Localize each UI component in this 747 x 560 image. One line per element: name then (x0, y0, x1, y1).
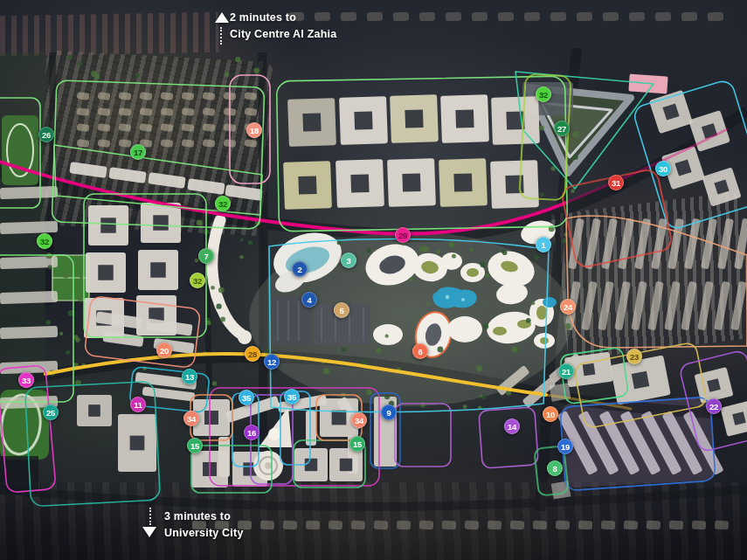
map-marker-33[interactable]: 33 (18, 372, 34, 388)
map-marker-29[interactable]: 29 (395, 227, 411, 243)
top-direction-label: 2 minutes to City Centre Al Zahia (230, 10, 336, 43)
map-marker-9[interactable]: 9 (381, 404, 397, 420)
map-marker-35b[interactable]: 35 (284, 389, 300, 404)
map-marker-32a[interactable]: 32 (37, 233, 52, 249)
map-marker-2[interactable]: 2 (292, 261, 308, 277)
map-marker-27[interactable]: 27 (554, 121, 570, 136)
map-marker-1[interactable]: 1 (536, 237, 551, 252)
map-marker-31[interactable]: 31 (608, 175, 624, 190)
triangle-down-icon (142, 527, 156, 537)
masterplan-map: 1234567891011121314151516171819202122232… (0, 0, 747, 560)
map-marker-32b[interactable]: 32 (215, 196, 231, 211)
map-marker-7[interactable]: 7 (198, 248, 214, 264)
map-marker-4[interactable]: 4 (301, 292, 317, 308)
map-marker-19[interactable]: 19 (557, 439, 573, 454)
map-marker-21[interactable]: 21 (558, 363, 574, 379)
map-marker-14[interactable]: 14 (504, 418, 520, 434)
top-dotted-line (220, 27, 222, 45)
map-marker-10[interactable]: 10 (543, 406, 558, 422)
map-marker-28[interactable]: 28 (245, 346, 260, 362)
triangle-up-icon (215, 12, 229, 23)
bottom-direction-label: 3 minutes to University City (164, 508, 244, 542)
top-direction-line1: 2 minutes to (230, 10, 336, 26)
map-marker-32d[interactable]: 32 (190, 273, 205, 288)
map-marker-8[interactable]: 8 (547, 460, 563, 476)
map-marker-11[interactable]: 11 (130, 397, 146, 412)
map-marker-22[interactable]: 22 (706, 398, 722, 414)
map-marker-34b[interactable]: 34 (351, 412, 367, 428)
map-marker-5[interactable]: 5 (334, 302, 349, 318)
map-marker-32c[interactable]: 32 (536, 86, 551, 102)
map-marker-15b[interactable]: 15 (349, 436, 365, 452)
map-marker-24[interactable]: 24 (560, 299, 576, 315)
map-marker-12[interactable]: 12 (264, 354, 280, 370)
bottom-dotted-line (149, 508, 151, 525)
bottom-direction-line2: University City (164, 525, 244, 542)
map-marker-18[interactable]: 18 (246, 122, 262, 138)
map-marker-25[interactable]: 25 (43, 404, 59, 420)
map-marker-20[interactable]: 20 (156, 342, 172, 358)
bottom-direction-line1: 3 minutes to (164, 508, 244, 525)
map-marker-30[interactable]: 30 (655, 161, 671, 176)
map-marker-26[interactable]: 26 (38, 127, 54, 142)
map-marker-23[interactable]: 23 (626, 349, 642, 364)
map-marker-6[interactable]: 6 (412, 343, 428, 359)
map-marker-13[interactable]: 13 (182, 369, 197, 384)
map-marker-16[interactable]: 16 (244, 425, 259, 440)
map-marker-34a[interactable]: 34 (183, 411, 199, 426)
map-marker-3[interactable]: 3 (341, 252, 356, 268)
map-marker-35a[interactable]: 35 (239, 390, 254, 405)
map-artwork (0, 0, 747, 560)
map-marker-15a[interactable]: 15 (187, 438, 203, 453)
top-direction-line2: City Centre Al Zahia (230, 26, 336, 43)
map-marker-17[interactable]: 17 (130, 144, 146, 160)
